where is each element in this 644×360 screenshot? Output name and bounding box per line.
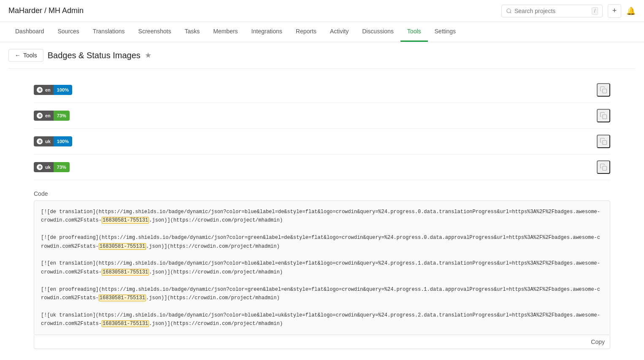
add-button[interactable]: + <box>608 4 621 18</box>
code-highlight: 16830581-755131 <box>99 295 146 301</box>
badge-left-uk-100: ⚙ uk <box>34 136 54 146</box>
app-title: MaHarder / MH Admin <box>8 6 84 15</box>
badge-uk-100: ⚙ uk 100% <box>34 136 72 146</box>
nav-sources[interactable]: Sources <box>51 22 86 42</box>
crowdin-icon: ⚙ <box>37 87 43 93</box>
copy-icon <box>600 163 607 171</box>
nav-reports[interactable]: Reports <box>289 22 323 42</box>
search-icon <box>506 8 512 14</box>
copy-badge-uk-73[interactable] <box>597 160 610 174</box>
badge-lang-uk-73: uk <box>45 165 51 170</box>
badge-lang-uk-100: uk <box>45 139 51 144</box>
content-area: ⚙ en 100% ⚙ en 73% <box>8 69 636 357</box>
badge-percent-uk-73: 73% <box>54 162 70 172</box>
badge-row-uk-73: ⚙ uk 73% <box>34 154 610 180</box>
code-highlight: 16830581-755131 <box>102 217 149 224</box>
nav-translations[interactable]: Translations <box>86 22 132 42</box>
crowdin-icon: ⚙ <box>37 164 43 170</box>
badge-percent-uk-100: 100% <box>54 136 72 146</box>
svg-rect-5 <box>603 166 607 171</box>
code-footer: Copy <box>34 335 610 349</box>
title-bar: ← Tools Badges & Status Images ★ <box>8 42 636 69</box>
copy-icon <box>600 112 607 119</box>
nav-discussions[interactable]: Discussions <box>355 22 400 42</box>
back-to-tools-button[interactable]: ← Tools <box>8 49 43 62</box>
svg-rect-2 <box>603 89 607 93</box>
badge-en-100: ⚙ en 100% <box>34 85 72 95</box>
page-title: Badges & Status Images <box>48 51 141 60</box>
code-box[interactable]: [![de translation](https://img.shields.i… <box>34 200 610 335</box>
badge-en-73: ⚙ en 73% <box>34 111 70 121</box>
copy-icon <box>600 86 607 94</box>
star-icon[interactable]: ★ <box>145 51 152 60</box>
copy-badge-uk-100[interactable] <box>597 135 610 148</box>
nav-bar: Dashboard Sources Translations Screensho… <box>0 22 644 42</box>
top-right-actions: / + 🔔 <box>501 4 636 18</box>
search-input[interactable] <box>514 8 589 14</box>
badge-lang-en-73: en <box>45 113 51 118</box>
crowdin-icon: ⚙ <box>37 113 43 119</box>
svg-rect-4 <box>603 141 607 145</box>
nav-members[interactable]: Members <box>206 22 244 42</box>
badge-left-en-73: ⚙ en <box>34 111 54 121</box>
nav-activity[interactable]: Activity <box>323 22 355 42</box>
crowdin-icon: ⚙ <box>37 138 43 144</box>
code-highlight: 16830581-755131 <box>102 269 149 276</box>
top-bar: MaHarder / MH Admin / + 🔔 <box>0 0 644 22</box>
svg-line-1 <box>510 12 511 13</box>
svg-point-0 <box>507 8 511 12</box>
badge-left-uk-73: ⚙ uk <box>34 162 54 172</box>
badge-row-en-100: ⚙ en 100% <box>34 77 610 103</box>
code-highlight: 16830581-755131 <box>102 320 149 327</box>
code-section: Code [![de translation](https://img.shie… <box>34 190 610 349</box>
search-shortcut: / <box>592 7 598 15</box>
nav-screenshots[interactable]: Screenshots <box>132 22 178 42</box>
copy-icon <box>600 138 607 145</box>
copy-badge-en-73[interactable] <box>597 109 610 122</box>
badge-row-uk-100: ⚙ uk 100% <box>34 129 610 154</box>
badge-percent-en-100: 100% <box>54 85 72 95</box>
nav-tools[interactable]: Tools <box>400 22 428 42</box>
back-arrow-icon: ← <box>15 52 21 59</box>
badge-left-en-100: ⚙ en <box>34 85 54 95</box>
badge-percent-en-73: 73% <box>54 111 70 121</box>
svg-rect-3 <box>603 115 607 119</box>
code-label: Code <box>34 190 610 197</box>
copy-code-button[interactable]: Copy <box>591 338 605 345</box>
nav-tasks[interactable]: Tasks <box>178 22 206 42</box>
page-wrapper: ← Tools Badges & Status Images ★ ⚙ en 10… <box>0 42 644 357</box>
back-label: Tools <box>23 52 37 59</box>
copy-badge-en-100[interactable] <box>597 83 610 97</box>
badge-row-en-73: ⚙ en 73% <box>34 103 610 129</box>
notification-icon[interactable]: 🔔 <box>626 6 636 16</box>
nav-settings[interactable]: Settings <box>428 22 463 42</box>
search-box[interactable]: / <box>501 5 603 17</box>
badge-uk-73: ⚙ uk 73% <box>34 162 70 172</box>
badge-lang-en-100: en <box>45 87 51 92</box>
nav-integrations[interactable]: Integrations <box>245 22 289 42</box>
nav-dashboard[interactable]: Dashboard <box>8 22 51 42</box>
code-highlight: 16830581-755131 <box>99 243 146 250</box>
